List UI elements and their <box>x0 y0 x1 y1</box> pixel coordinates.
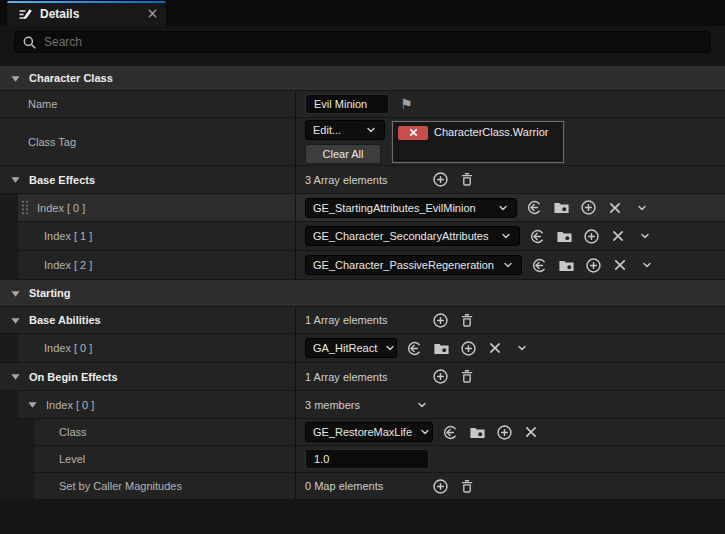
tab-bar: Details <box>0 0 725 26</box>
row-set-by-caller-magnitudes: Set by Caller Magnitudes 0 Map elements <box>0 473 725 500</box>
add-element-icon[interactable] <box>430 310 450 330</box>
row-effect-level: Level 1.0 <box>0 446 725 473</box>
row-on-begin-0[interactable]: Index [ 0 ] 3 members <box>0 391 725 419</box>
expander-icon[interactable] <box>10 371 21 382</box>
details-panel: Details Search Character Class Name Evil… <box>0 0 725 534</box>
search-icon <box>22 35 37 50</box>
row-name: Name Evil Minion ⚑ <box>0 91 725 118</box>
map-count: 0 Map elements <box>305 480 423 492</box>
search-input[interactable]: Search <box>14 31 711 53</box>
row-base-abilities-0[interactable]: Index [ 0 ] GA_HitReact <box>0 334 725 363</box>
insert-element-icon[interactable] <box>458 338 478 358</box>
expander-icon[interactable] <box>10 315 21 326</box>
browse-to-asset-icon[interactable] <box>551 198 571 218</box>
element-options-icon[interactable] <box>632 198 652 218</box>
use-selected-asset-icon[interactable] <box>529 255 549 275</box>
element-options-icon[interactable] <box>635 226 655 246</box>
tag-value: CharacterClass.Warrior <box>434 126 549 138</box>
element-options-icon[interactable] <box>512 338 532 358</box>
chevron-down-icon <box>500 230 512 242</box>
expander-icon[interactable] <box>10 73 21 84</box>
remove-element-icon[interactable] <box>485 338 505 358</box>
category-starting[interactable]: Starting <box>0 280 725 307</box>
use-selected-asset-icon[interactable] <box>440 422 460 442</box>
row-class-tag: Class Tag Edit... Clear All CharacterCla… <box>0 118 725 166</box>
use-selected-asset-icon[interactable] <box>404 338 424 358</box>
category-label: Starting <box>29 287 71 299</box>
add-element-icon[interactable] <box>430 367 450 387</box>
row-base-effects-2[interactable]: Index [ 2 ] GE_Character_PassiveRegenera… <box>0 251 725 280</box>
add-element-icon[interactable] <box>430 170 450 190</box>
class-tag-label: Class Tag <box>28 136 76 148</box>
name-field[interactable]: Evil Minion <box>305 94 389 114</box>
level-field[interactable]: 1.0 <box>305 449 429 469</box>
spacer <box>0 58 725 66</box>
remove-tag-button[interactable] <box>398 126 428 140</box>
tag-container: CharacterClass.Warrior <box>392 121 564 163</box>
remove-element-icon[interactable] <box>610 255 630 275</box>
use-selected-asset-icon[interactable] <box>527 226 547 246</box>
browse-to-asset-icon[interactable] <box>431 338 451 358</box>
category-character-class[interactable]: Character Class <box>0 66 725 91</box>
asset-dropdown[interactable]: GA_HitReact <box>305 338 397 358</box>
delete-array-icon[interactable] <box>457 367 477 387</box>
delete-array-icon[interactable] <box>457 170 477 190</box>
insert-element-icon[interactable] <box>578 198 598 218</box>
remove-element-icon[interactable] <box>605 198 625 218</box>
chevron-down-icon <box>497 202 509 214</box>
array-count: 1 Array elements <box>305 314 423 326</box>
chevron-down-icon <box>502 259 514 271</box>
row-base-effects-0[interactable]: Index [ 0 ] GE_StartingAttributes_EvilMi… <box>0 194 725 222</box>
chevron-down-icon <box>365 124 377 136</box>
name-label: Name <box>28 98 57 110</box>
remove-element-icon[interactable] <box>608 226 628 246</box>
drag-handle-icon[interactable] <box>21 200 29 215</box>
row-effect-class: Class GE_RestoreMaxLife <box>0 419 725 446</box>
clear-all-button[interactable]: Clear All <box>305 144 381 164</box>
insert-element-icon[interactable] <box>583 255 603 275</box>
row-base-effects-1[interactable]: Index [ 1 ] GE_Character_SecondaryAttrib… <box>0 222 725 251</box>
members-count: 3 members <box>305 399 405 411</box>
edit-tag-dropdown[interactable]: Edit... <box>305 120 385 140</box>
asset-dropdown[interactable]: GE_Character_PassiveRegeneration <box>305 255 522 275</box>
expander-icon[interactable] <box>27 399 38 410</box>
asset-dropdown[interactable]: GE_StartingAttributes_EvilMinion <box>305 198 517 218</box>
flag-icon: ⚑ <box>400 96 413 112</box>
expander-icon[interactable] <box>10 288 21 299</box>
browse-to-asset-icon[interactable] <box>556 255 576 275</box>
subheader-base-effects[interactable]: Base Effects 3 Array elements <box>0 166 725 194</box>
tab-accent-line <box>7 1 166 3</box>
category-label: Character Class <box>29 72 113 84</box>
asset-dropdown[interactable]: GE_RestoreMaxLife <box>305 422 433 442</box>
array-count: 3 Array elements <box>305 174 423 186</box>
element-options-icon[interactable] <box>637 255 657 275</box>
subheader-on-begin-effects[interactable]: On Begin Effects 1 Array elements <box>0 363 725 391</box>
details-tab-icon <box>17 6 33 22</box>
tab-details[interactable]: Details <box>7 1 166 26</box>
search-row: Search <box>0 26 725 58</box>
search-placeholder: Search <box>44 35 82 49</box>
chevron-down-icon <box>419 426 431 438</box>
insert-element-icon[interactable] <box>581 226 601 246</box>
insert-element-icon[interactable] <box>494 422 514 442</box>
chevron-down-icon <box>384 342 396 354</box>
subheader-base-abilities[interactable]: Base Abilities 1 Array elements <box>0 307 725 334</box>
panel-empty-area <box>0 500 725 534</box>
close-icon[interactable] <box>147 8 158 19</box>
remove-element-icon[interactable] <box>521 422 541 442</box>
asset-dropdown[interactable]: GE_Character_SecondaryAttributes <box>305 226 520 246</box>
expander-icon[interactable] <box>10 174 21 185</box>
tag-remove-icon <box>409 128 418 137</box>
delete-array-icon[interactable] <box>457 310 477 330</box>
element-options-icon[interactable] <box>412 395 432 415</box>
browse-to-asset-icon[interactable] <box>554 226 574 246</box>
array-count: 1 Array elements <box>305 371 423 383</box>
browse-to-asset-icon[interactable] <box>467 422 487 442</box>
use-selected-asset-icon[interactable] <box>524 198 544 218</box>
delete-map-icon[interactable] <box>457 476 477 496</box>
add-element-icon[interactable] <box>430 476 450 496</box>
tab-title: Details <box>40 7 140 21</box>
